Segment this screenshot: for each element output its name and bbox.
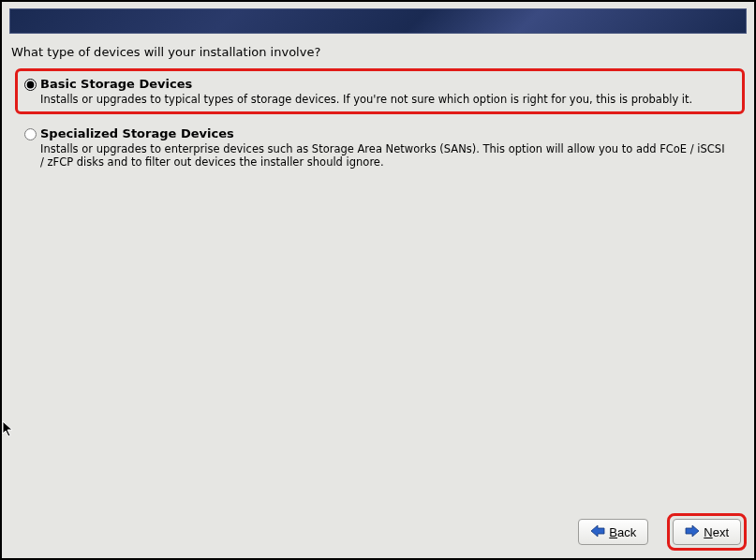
footer: Back Next — [2, 504, 754, 558]
main-content: What type of devices will your installat… — [2, 34, 754, 177]
next-label: Next — [704, 525, 729, 539]
back-button[interactable]: Back — [578, 519, 648, 545]
back-button-wrap: Back — [572, 513, 654, 551]
option-basic-title: Basic Storage Devices — [40, 77, 731, 92]
option-specialized-storage[interactable]: Specialized Storage Devices Installs or … — [15, 118, 745, 177]
svg-marker-0 — [591, 525, 604, 537]
svg-marker-1 — [686, 525, 699, 537]
option-specialized-title: Specialized Storage Devices — [40, 126, 731, 141]
option-basic-storage[interactable]: Basic Storage Devices Installs or upgrad… — [15, 68, 745, 114]
storage-options: Basic Storage Devices Installs or upgrad… — [11, 68, 745, 177]
arrow-right-icon — [685, 524, 700, 540]
svg-marker-2 — [3, 421, 12, 436]
radio-basic-storage[interactable] — [24, 79, 37, 91]
button-bar: Back Next — [572, 513, 747, 551]
back-label: Back — [609, 525, 636, 539]
radio-specialized-storage[interactable] — [24, 128, 37, 140]
arrow-left-icon — [590, 524, 605, 540]
header-banner — [9, 8, 747, 34]
option-specialized-desc: Installs or upgrades to enterprise devic… — [40, 142, 731, 169]
prompt-text: What type of devices will your installat… — [11, 45, 745, 59]
next-button-wrap: Next — [667, 513, 747, 551]
next-button[interactable]: Next — [673, 519, 741, 545]
mouse-cursor-icon — [2, 420, 15, 437]
option-basic-desc: Installs or upgrades to typical types of… — [40, 93, 731, 106]
